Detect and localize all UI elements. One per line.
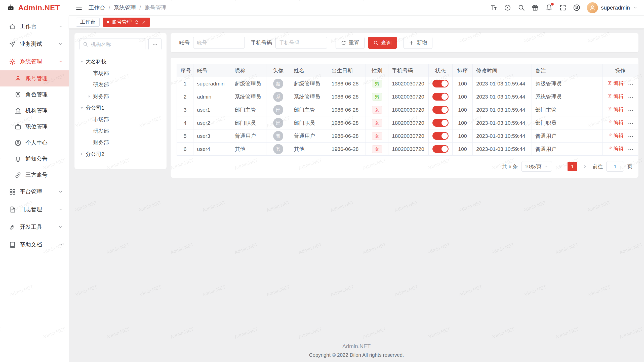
prev-page-button[interactable] (555, 162, 564, 171)
row-more-button[interactable] (628, 147, 634, 153)
tree-node[interactable]: 研发部 (79, 79, 162, 90)
caret-right-icon[interactable] (79, 152, 84, 156)
cell-avatar: 系 (266, 90, 290, 103)
cell-nickname: 部门职员 (231, 116, 266, 129)
tree-node[interactable]: 财务部 (79, 137, 162, 148)
menu-label: 系统管理 (20, 58, 42, 65)
row-more-button[interactable] (628, 107, 634, 113)
row-more-button[interactable] (628, 133, 634, 140)
cell-no: 2 (177, 90, 193, 103)
row-more-button[interactable] (628, 94, 634, 100)
breadcrumb-item-current: 账号管理 (144, 4, 167, 12)
org-search-input[interactable] (90, 41, 142, 48)
theme-color-icon[interactable] (504, 4, 511, 11)
status-switch[interactable] (432, 145, 449, 153)
add-button[interactable]: 新增 (404, 37, 432, 49)
edit-button[interactable]: 编辑 (607, 93, 624, 100)
query-bar: 账号 手机号码 重置 查询 新增 (171, 33, 638, 52)
status-switch[interactable] (432, 132, 449, 140)
tree-node[interactable]: 市场部 (79, 67, 162, 79)
edit-button[interactable]: 编辑 (607, 145, 624, 152)
ellipsis-icon (152, 41, 158, 47)
caret-down-icon[interactable] (79, 59, 84, 64)
tree-node[interactable]: 研发部 (79, 125, 162, 137)
status-switch[interactable] (432, 119, 449, 127)
edit-button[interactable]: 编辑 (607, 132, 624, 139)
sidebar-item-platform-management[interactable]: 平台管理 (0, 183, 69, 201)
tree-node[interactable]: 市场部 (79, 114, 162, 125)
caret-down-icon[interactable] (79, 106, 84, 110)
cell-actions: 编辑 (603, 143, 638, 156)
page-size-select[interactable]: 10条/页 (521, 161, 552, 172)
refresh-icon[interactable] (134, 20, 139, 24)
status-switch[interactable] (432, 106, 449, 114)
tree-node[interactable]: 分公司1 (79, 102, 162, 114)
sidebar-item-log-management[interactable]: 日志管理 (0, 201, 69, 218)
reset-button[interactable]: 重置 (336, 37, 365, 49)
row-avatar: 部 (273, 118, 283, 128)
cell-name: 其他 (290, 143, 328, 156)
edit-label: 编辑 (614, 132, 624, 139)
theme-gift-icon[interactable] (532, 4, 539, 11)
sidebar-item-position-management[interactable]: 职位管理 (0, 119, 69, 135)
breadcrumb-item[interactable]: 工作台 (89, 4, 105, 12)
goto-label: 前往 (593, 163, 603, 170)
goto-page-input[interactable] (606, 161, 624, 172)
tree-node-label: 分公司2 (86, 151, 104, 158)
sidebar-item-org-management[interactable]: 机构管理 (0, 103, 69, 119)
sidebar-item-role-management[interactable]: 角色管理 (0, 86, 69, 103)
cell-time: 2023-01-03 10:59:44 (473, 116, 532, 129)
font-size-icon[interactable] (490, 4, 497, 11)
cell-remark: 部门职员 (532, 116, 603, 129)
row-more-button[interactable] (628, 120, 634, 126)
edit-button[interactable]: 编辑 (607, 80, 624, 87)
sidebar-item-workbench[interactable]: 工作台 (0, 18, 69, 35)
tree-node[interactable]: 大名科技 (79, 56, 162, 67)
status-switch[interactable] (432, 93, 449, 101)
tab-account-management[interactable]: 账号管理 (103, 18, 150, 27)
cell-birthday: 1986-06-28 (328, 129, 366, 143)
breadcrumb-item[interactable]: 系统管理 (114, 4, 136, 12)
cell-gender: 女 (366, 143, 388, 156)
cell-name: 部门主管 (290, 103, 328, 116)
search-button[interactable]: 查询 (368, 37, 397, 49)
sidebar-item-system-management[interactable]: 系统管理 (0, 53, 69, 70)
next-page-button[interactable] (581, 162, 589, 171)
search-icon[interactable] (518, 4, 525, 11)
col-sort: 排序 (453, 64, 473, 77)
sidebar-item-help-docs[interactable]: 帮助文档 (0, 236, 69, 253)
page-number-current[interactable]: 1 (568, 162, 577, 171)
chevron-down-icon (58, 242, 63, 247)
tab-workbench[interactable]: 工作台 (76, 18, 100, 27)
pagination-total: 共 6 条 (502, 163, 518, 170)
collapse-menu-button[interactable] (75, 4, 83, 11)
col-nickname: 昵称 (231, 64, 266, 77)
system-management-submenu: 账号管理 角色管理 机构管理 职位管理 个人中心 (0, 70, 69, 183)
tree-node[interactable]: 财务部 (79, 90, 162, 102)
chevron-down-icon (58, 224, 63, 230)
cell-gender: 女 (366, 129, 388, 143)
sidebar-item-personal-center[interactable]: 个人中心 (0, 135, 69, 151)
account-input[interactable] (193, 37, 245, 49)
sidebar-item-dev-tools[interactable]: 开发工具 (0, 218, 69, 236)
table-row: 3 user1 部门主管 部 部门主管 1986-06-28 女 1802003… (177, 103, 638, 116)
sidebar-item-notice[interactable]: 通知公告 (0, 151, 69, 167)
tree-more-button[interactable] (148, 38, 162, 50)
sidebar-item-third-party-account[interactable]: 三方账号 (0, 167, 69, 183)
row-more-button[interactable] (628, 81, 634, 87)
edit-button[interactable]: 编辑 (607, 119, 624, 126)
sidebar-item-account-management[interactable]: 账号管理 (0, 70, 69, 86)
close-icon[interactable] (141, 20, 146, 24)
phone-input[interactable] (275, 37, 327, 49)
org-search-box (79, 38, 145, 50)
profile-icon[interactable] (573, 4, 580, 11)
notification-button[interactable] (545, 4, 553, 12)
tree-node[interactable]: 分公司2 (79, 148, 162, 160)
fullscreen-icon[interactable] (559, 4, 567, 11)
status-switch[interactable] (432, 80, 449, 87)
caret-right-icon[interactable] (87, 94, 92, 99)
edit-button[interactable]: 编辑 (607, 106, 624, 113)
user-menu[interactable]: superadmin (587, 2, 637, 13)
sidebar-item-business-test[interactable]: 业务测试 (0, 35, 69, 53)
logo[interactable]: Admin.NET (0, 0, 69, 16)
